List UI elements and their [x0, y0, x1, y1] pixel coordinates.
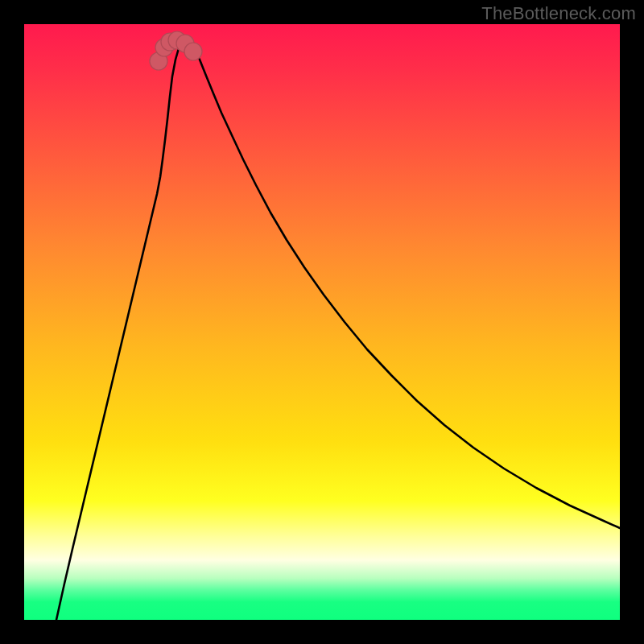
bottleneck-curve — [56, 40, 620, 620]
plot-area — [24, 24, 620, 620]
watermark-text: TheBottleneck.com — [481, 3, 636, 24]
chart-frame: TheBottleneck.com — [0, 0, 644, 644]
valley-marker — [184, 43, 202, 60]
valley-markers — [150, 31, 202, 70]
curve-svg — [24, 24, 620, 620]
